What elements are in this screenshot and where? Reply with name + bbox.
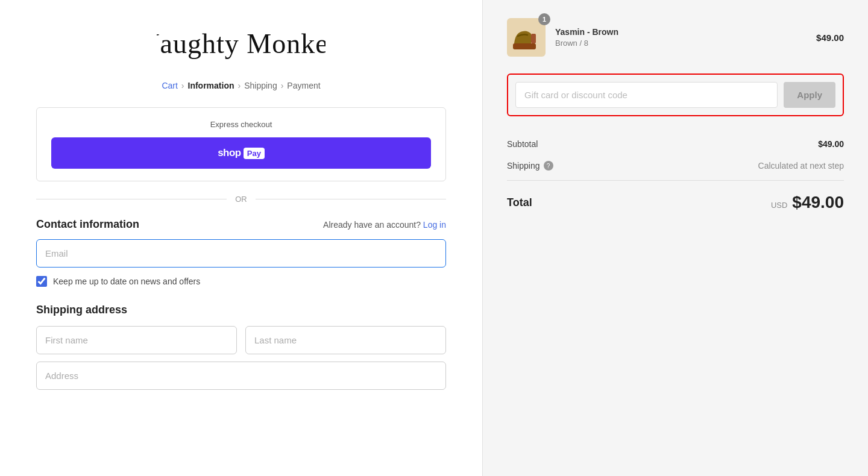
login-prompt: Already have an account? Log in: [323, 220, 446, 230]
or-label: OR: [235, 195, 247, 204]
logo-area: Naughty Monkey: [157, 18, 326, 69]
total-label: Total: [507, 196, 532, 209]
total-right: USD $49.00: [771, 193, 844, 212]
product-image: [507, 18, 546, 57]
express-checkout-title: Express checkout: [51, 120, 431, 129]
breadcrumb-cart[interactable]: Cart: [162, 81, 177, 90]
subtotal-value: $49.00: [818, 139, 844, 149]
or-divider: OR: [36, 195, 446, 204]
address-field[interactable]: [36, 362, 446, 390]
shipping-title: Shipping address: [36, 304, 446, 316]
product-image-wrap: 1: [507, 18, 546, 57]
checkout-form: Express checkout shop Pay OR Contact inf…: [36, 107, 446, 398]
already-account-text: Already have an account?: [323, 220, 421, 230]
newsletter-label: Keep me up to date on news and offers: [53, 277, 200, 286]
left-panel: Naughty Monkey Cart › Information › Ship…: [0, 0, 482, 476]
shop-pay-button[interactable]: shop Pay: [51, 137, 431, 169]
product-name: Yasmin - Brown: [555, 27, 618, 37]
shipping-label: Shipping: [507, 161, 540, 171]
name-row: [36, 326, 446, 354]
shipping-section: Shipping address: [36, 304, 446, 398]
contact-section-header: Contact information Already have an acco…: [36, 218, 446, 231]
first-name-field[interactable]: [36, 326, 237, 354]
product-shoe-svg: [509, 20, 543, 54]
breadcrumb: Cart › Information › Shipping › Payment: [162, 81, 320, 90]
breadcrumb-information: Information: [188, 81, 234, 90]
subtotal-row: Subtotal $49.00: [507, 133, 844, 155]
shipping-row: Shipping ? Calculated at next step: [507, 155, 844, 177]
total-amount: $49.00: [792, 193, 844, 212]
newsletter-row: Keep me up to date on news and offers: [36, 276, 446, 287]
email-field[interactable]: [36, 239, 446, 268]
product-details: Yasmin - Brown Brown / 8: [555, 27, 618, 48]
newsletter-checkbox[interactable]: [36, 276, 47, 287]
product-variant: Brown / 8: [555, 39, 618, 48]
shop-text: shop: [218, 147, 241, 159]
shop-pay-logo: shop Pay: [218, 147, 265, 159]
last-name-field[interactable]: [245, 326, 446, 354]
shipping-label-wrap: Shipping ?: [507, 161, 553, 171]
product-quantity-badge: 1: [538, 13, 550, 25]
svg-text:Naughty Monkey: Naughty Monkey: [157, 28, 326, 59]
product-row: 1 Yasmin - Brown Brown / 8 $49.00: [507, 18, 844, 57]
right-panel: 1 Yasmin - Brown Brown / 8 $49.00 Apply …: [482, 0, 868, 476]
separator-3: ›: [281, 81, 284, 90]
separator-2: ›: [238, 81, 241, 90]
svg-rect-2: [513, 43, 536, 49]
apply-button[interactable]: Apply: [784, 82, 835, 108]
breadcrumb-payment: Payment: [287, 81, 320, 90]
shipping-help-icon[interactable]: ?: [544, 161, 553, 171]
product-info: 1 Yasmin - Brown Brown / 8: [507, 18, 618, 57]
total-row: Total USD $49.00: [507, 184, 844, 216]
log-in-link[interactable]: Log in: [423, 220, 446, 230]
contact-title: Contact information: [36, 218, 139, 231]
shipping-value: Calculated at next step: [758, 161, 844, 171]
subtotal-label: Subtotal: [507, 139, 538, 149]
separator-1: ›: [181, 81, 184, 90]
discount-section: Apply: [507, 74, 844, 116]
product-price: $49.00: [816, 33, 844, 43]
svg-rect-3: [531, 34, 536, 43]
logo-svg: Naughty Monkey: [157, 18, 326, 66]
discount-code-input[interactable]: [515, 82, 778, 108]
total-currency: USD: [771, 201, 787, 210]
breadcrumb-shipping: Shipping: [244, 81, 277, 90]
summary-divider: [507, 180, 844, 181]
express-checkout-box: Express checkout shop Pay: [36, 107, 446, 181]
pay-badge: Pay: [244, 148, 265, 159]
